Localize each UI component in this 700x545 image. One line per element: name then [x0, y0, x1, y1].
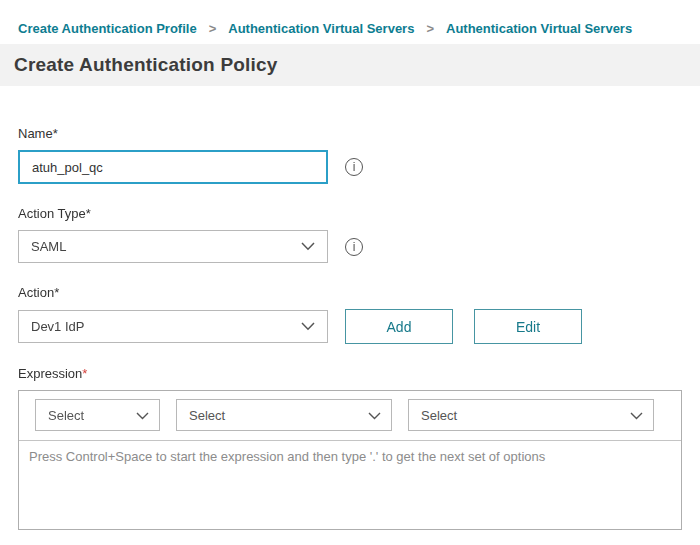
expression-select-2-value: Select [189, 408, 225, 423]
page-title: Create Authentication Policy [14, 54, 278, 76]
expression-label-text: Expression [18, 366, 82, 381]
chevron-down-icon [136, 408, 149, 423]
expression-label: Expression* [18, 366, 682, 381]
action-label-text: Action [18, 285, 54, 300]
breadcrumb: Create Authentication Profile > Authenti… [0, 0, 700, 44]
chevron-down-icon [301, 239, 315, 254]
action-label: Action* [18, 285, 682, 300]
breadcrumb-item-create-authentication-profile[interactable]: Create Authentication Profile [18, 21, 197, 36]
info-icon[interactable]: i [345, 238, 363, 256]
chevron-down-icon [630, 408, 643, 423]
action-type-label-text: Action Type [18, 206, 86, 221]
create-authentication-policy-form: Name* i Action Type* SAML i Action* [0, 86, 700, 530]
name-input[interactable] [18, 150, 328, 184]
name-required-marker: * [53, 126, 58, 141]
name-label-text: Name [18, 126, 53, 141]
breadcrumb-item-authentication-virtual-servers-2[interactable]: Authentication Virtual Servers [446, 21, 632, 36]
action-selected-value: Dev1 IdP [31, 319, 84, 334]
name-label: Name* [18, 126, 682, 141]
action-type-select[interactable]: SAML [18, 230, 328, 263]
action-type-selected-value: SAML [31, 239, 66, 254]
expression-select-3[interactable]: Select [408, 399, 654, 431]
breadcrumb-item-authentication-virtual-servers[interactable]: Authentication Virtual Servers [228, 21, 414, 36]
expression-select-1[interactable]: Select [35, 399, 160, 431]
expression-select-2[interactable]: Select [176, 399, 392, 431]
expression-select-1-value: Select [48, 408, 84, 423]
edit-button[interactable]: Edit [474, 309, 582, 344]
action-required-marker: * [54, 285, 59, 300]
expression-field-group: Expression* Select Select Select [18, 366, 682, 530]
expression-toolbar: Select Select Select [19, 391, 681, 441]
add-button[interactable]: Add [345, 309, 453, 344]
action-field-group: Action* Dev1 IdP Add Edit [18, 285, 682, 344]
expression-editor: Select Select Select [18, 390, 682, 530]
chevron-down-icon [368, 408, 381, 423]
chevron-down-icon [301, 319, 315, 334]
action-type-field-group: Action Type* SAML i [18, 206, 682, 263]
name-field-group: Name* i [18, 126, 682, 184]
action-select[interactable]: Dev1 IdP [18, 310, 328, 343]
expression-required-marker: * [82, 366, 87, 381]
action-type-label: Action Type* [18, 206, 682, 221]
expression-select-3-value: Select [421, 408, 457, 423]
action-type-required-marker: * [86, 206, 91, 221]
breadcrumb-separator: > [209, 21, 217, 36]
info-icon[interactable]: i [345, 158, 363, 176]
breadcrumb-separator: > [426, 21, 434, 36]
page-header: Create Authentication Policy [0, 44, 700, 86]
expression-input[interactable] [19, 441, 681, 529]
